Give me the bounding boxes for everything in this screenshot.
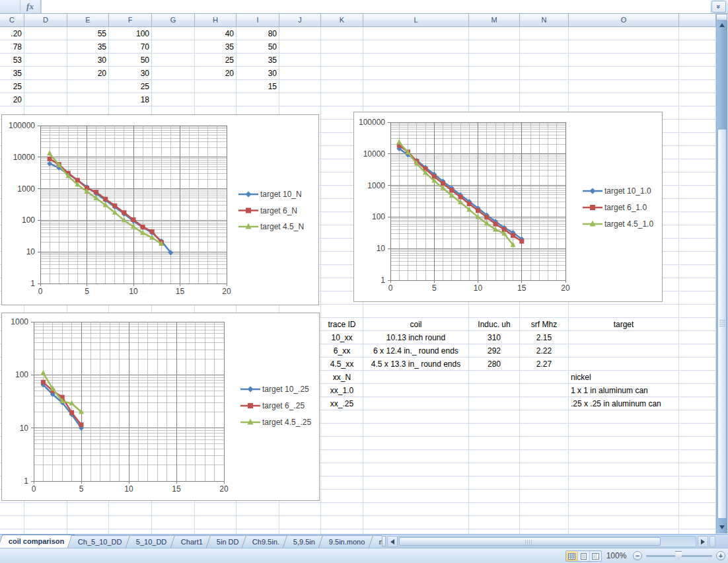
- cell-C4[interactable]: 35: [2, 67, 22, 80]
- scroll-left-button[interactable]: [387, 536, 398, 547]
- cell-K24[interactable]: 10_xx: [323, 331, 361, 344]
- column-header-H[interactable]: H: [195, 14, 237, 26]
- cell-E1[interactable]: 55: [69, 27, 106, 40]
- cell-F3[interactable]: 50: [111, 54, 149, 67]
- cell-O28[interactable]: 1 x 1 in aluminum can: [571, 384, 676, 397]
- scroll-up-arrow-icon[interactable]: [719, 23, 725, 27]
- horizontal-scrollbar-track[interactable]: [398, 536, 696, 547]
- chart-legend[interactable]: target 10_.25target 6_.25target 4.5_.25: [240, 385, 311, 427]
- cell-K28[interactable]: xx_1.0: [323, 384, 361, 397]
- cell-F4[interactable]: 30: [111, 67, 149, 80]
- cell-I5[interactable]: 15: [238, 80, 277, 93]
- cell-C5[interactable]: 25: [2, 80, 22, 93]
- page-break-preview-button[interactable]: [590, 551, 601, 561]
- vertical-scrollbar-thumb[interactable]: [717, 129, 727, 519]
- cell-C6[interactable]: 20: [2, 93, 22, 106]
- cell-L25[interactable]: 6 x 12.4 in._ round ends: [365, 344, 466, 357]
- cell-K29[interactable]: xx_.25: [323, 397, 361, 410]
- tab-split-handle-right[interactable]: [710, 536, 715, 547]
- page-layout-icon: [580, 553, 587, 560]
- cell-F2[interactable]: 70: [111, 40, 149, 54]
- zoom-in-button[interactable]: +: [716, 551, 725, 560]
- cell-K23[interactable]: trace ID: [323, 318, 361, 331]
- column-header-I[interactable]: I: [237, 14, 279, 26]
- sheet-tab-ch-5-10-dd[interactable]: Ch_5_10_DD: [67, 535, 133, 548]
- insert-function-button[interactable]: fx: [20, 0, 41, 13]
- cell-N24[interactable]: 2.15: [522, 331, 566, 344]
- tab-split-handle[interactable]: [382, 536, 386, 546]
- column-header-F[interactable]: F: [109, 14, 152, 26]
- column-header-K[interactable]: K: [321, 14, 363, 26]
- chart-canvas: 11010010001000010000005101520target 10_N…: [2, 115, 318, 305]
- cell-F1[interactable]: 100: [111, 27, 149, 40]
- cell-E2[interactable]: 35: [69, 40, 106, 54]
- column-header-L[interactable]: L: [363, 14, 469, 26]
- formula-input[interactable]: [41, 0, 710, 13]
- cell-K27[interactable]: xx_N: [323, 371, 361, 384]
- cell-O29[interactable]: .25 x .25 in aluminum can: [571, 397, 676, 410]
- svg-text:target 10_.25: target 10_.25: [262, 385, 309, 394]
- chart-nickel-targets[interactable]: 11010010001000010000005101520target 10_N…: [1, 114, 319, 305]
- vertical-scrollbar[interactable]: [716, 14, 728, 534]
- sheet-tab-5-10-dd[interactable]: 5_10_DD: [126, 535, 178, 548]
- expand-formula-bar-button[interactable]: »: [711, 1, 726, 13]
- cell-L24[interactable]: 10.13 inch round: [365, 331, 466, 344]
- cell-O23[interactable]: target: [571, 318, 676, 331]
- cell-K26[interactable]: 4.5_xx: [323, 357, 361, 371]
- cell-M23[interactable]: Induc. uh: [471, 318, 517, 331]
- cell-E4[interactable]: 20: [69, 67, 106, 80]
- chart-legend[interactable]: target 10_Ntarget 6_Ntarget 4.5_N: [238, 190, 304, 231]
- cell-K25[interactable]: 6_xx: [323, 344, 361, 357]
- cell-N23[interactable]: srf Mhz: [522, 318, 566, 331]
- cell-H4[interactable]: 20: [197, 67, 234, 80]
- cell-I2[interactable]: 50: [238, 40, 277, 54]
- chart-1x1-aluminum-targets[interactable]: 11010010001000010000005101520target 10_1…: [353, 112, 663, 302]
- cell-I4[interactable]: 30: [238, 67, 277, 80]
- vertical-split-handle[interactable]: [716, 14, 727, 20]
- sheet-tab-9-5in-mono[interactable]: 9.5in.mono: [318, 535, 376, 548]
- column-header-D[interactable]: D: [24, 14, 67, 26]
- chart-quarter-aluminum-targets[interactable]: 110100100005101520target 10_.25target 6_…: [1, 313, 320, 501]
- zoom-slider-thumb[interactable]: [675, 551, 682, 560]
- column-header-G[interactable]: G: [152, 14, 195, 26]
- column-header-J[interactable]: J: [279, 14, 321, 26]
- left-arrow-icon: [390, 539, 394, 544]
- cell-C3[interactable]: 53: [2, 54, 22, 67]
- cell-L23[interactable]: coil: [365, 318, 466, 331]
- normal-view-button[interactable]: [566, 551, 578, 561]
- cell-M25[interactable]: 292: [471, 344, 517, 357]
- svg-text:1: 1: [24, 476, 28, 486]
- column-header-O[interactable]: O: [569, 14, 679, 26]
- cell-C1[interactable]: .20: [2, 27, 22, 40]
- cell-H1[interactable]: 40: [197, 27, 234, 40]
- cell-M26[interactable]: 280: [471, 357, 517, 371]
- cell-H3[interactable]: 25: [197, 54, 234, 67]
- column-header-partial[interactable]: [679, 14, 716, 26]
- horizontal-scrollbar-thumb[interactable]: [399, 537, 661, 546]
- cell-F5[interactable]: 25: [111, 80, 149, 93]
- cell-C2[interactable]: 78: [2, 40, 22, 54]
- cell-E3[interactable]: 30: [69, 54, 106, 67]
- cell-M24[interactable]: 310: [471, 331, 517, 344]
- sheet-tab-coil-comparison[interactable]: coil comparison: [0, 535, 75, 548]
- column-header-E[interactable]: E: [67, 14, 109, 26]
- cell-L26[interactable]: 4.5 x 13.3 in_ round ends: [365, 357, 466, 371]
- scroll-down-arrow-icon[interactable]: [719, 525, 725, 529]
- vertical-scrollbar-track[interactable]: [716, 20, 727, 533]
- cell-H2[interactable]: 35: [197, 40, 234, 54]
- column-header-N[interactable]: N: [520, 14, 569, 26]
- name-box[interactable]: [0, 0, 20, 13]
- chart-legend[interactable]: target 10_1.0target 6_1.0target 4.5_1.0: [583, 186, 653, 229]
- column-header-C[interactable]: C: [0, 14, 24, 26]
- cell-O27[interactable]: nickel: [571, 371, 676, 384]
- scroll-right-button[interactable]: [698, 536, 708, 547]
- cell-F6[interactable]: 18: [111, 93, 149, 106]
- page-layout-view-button[interactable]: [578, 551, 590, 561]
- cell-N25[interactable]: 2.22: [522, 344, 566, 357]
- zoom-level-label[interactable]: 100%: [601, 548, 632, 563]
- cell-N26[interactable]: 2.27: [522, 357, 566, 371]
- cell-I1[interactable]: 80: [238, 27, 277, 40]
- zoom-out-button[interactable]: −: [633, 551, 642, 560]
- column-header-M[interactable]: M: [469, 14, 520, 26]
- cell-I3[interactable]: 35: [238, 54, 277, 67]
